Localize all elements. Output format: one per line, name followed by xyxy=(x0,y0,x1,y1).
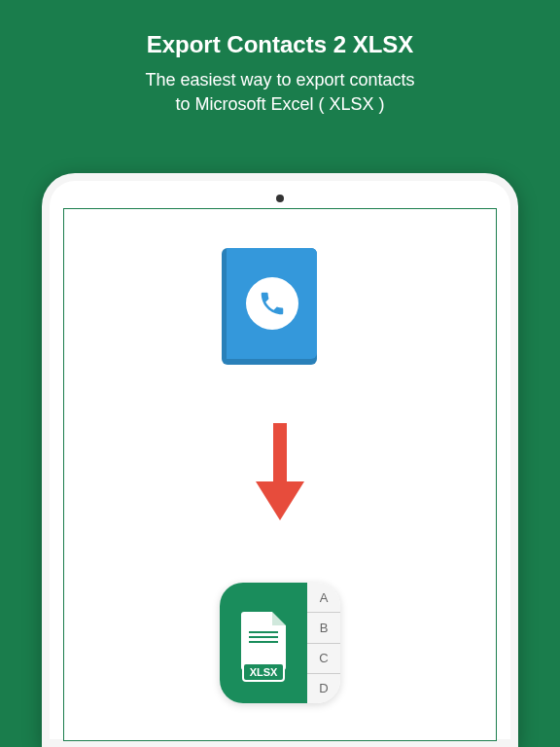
xlsx-label-badge: XLSX xyxy=(244,664,284,680)
xlsx-tab-a: A xyxy=(307,583,340,613)
xlsx-tab-b: B xyxy=(307,613,340,643)
xlsx-green-panel: XLSX xyxy=(220,583,307,703)
phone-icon xyxy=(258,289,287,318)
page-title: Export Contacts 2 XLSX xyxy=(0,31,560,58)
file-sheet-icon xyxy=(241,612,286,670)
svg-rect-0 xyxy=(273,423,287,483)
xlsx-index-tabs: A B C D xyxy=(307,583,340,703)
tab-teal xyxy=(317,254,344,285)
subtitle-line1: The easiest way to export contacts xyxy=(145,70,414,89)
xlsx-tab-c: C xyxy=(307,644,340,674)
phone-circle xyxy=(246,277,298,330)
xlsx-app-icon: XLSX A B C D xyxy=(220,583,340,703)
app-screen: XLSX A B C D xyxy=(63,208,497,741)
marketing-header: Export Contacts 2 XLSX The easiest way t… xyxy=(0,0,560,117)
tab-red xyxy=(317,287,344,318)
tab-yellow xyxy=(317,320,344,351)
contacts-book-icon xyxy=(222,248,338,365)
tablet-device-frame: XLSX A B C D xyxy=(42,173,518,747)
tablet-inner: XLSX A B C D xyxy=(50,181,510,739)
down-arrow-icon xyxy=(256,423,304,524)
camera-dot xyxy=(276,195,284,202)
svg-marker-1 xyxy=(256,481,304,520)
xlsx-tab-d: D xyxy=(307,674,340,703)
subtitle-line2: to Microsoft Excel ( XLSX ) xyxy=(175,94,384,114)
page-subtitle: The easiest way to export contacts to Mi… xyxy=(0,68,560,117)
book-cover xyxy=(227,248,317,359)
